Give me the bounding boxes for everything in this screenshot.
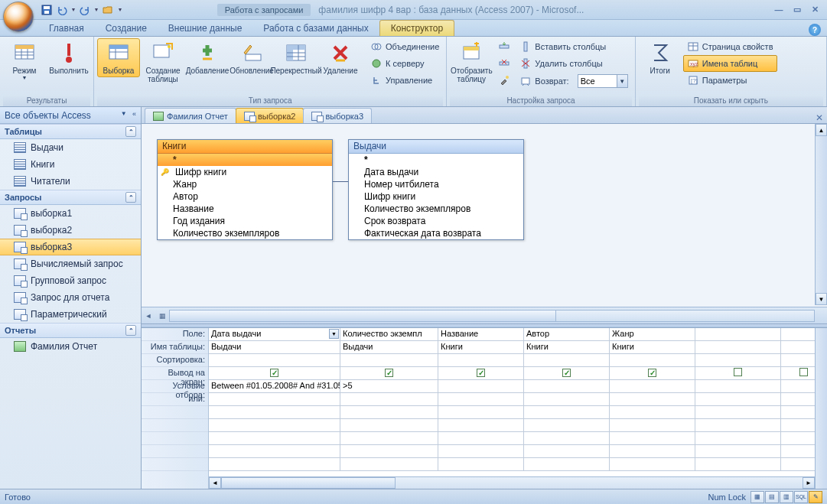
tab-create[interactable]: Создание bbox=[95, 21, 158, 36]
minimize-icon[interactable]: — bbox=[770, 4, 787, 16]
datasheet-view-icon[interactable]: ▦ bbox=[750, 491, 764, 503]
qat-customize-icon[interactable]: ▼ bbox=[116, 3, 124, 17]
qbe-cell[interactable] bbox=[340, 458, 438, 471]
field-row[interactable]: Фактическая дата возврата bbox=[349, 227, 523, 239]
nav-item[interactable]: выборка2 bbox=[0, 222, 141, 239]
qbe-cell[interactable] bbox=[438, 354, 524, 367]
nav-filter-dropdown-icon[interactable]: ▼ bbox=[121, 110, 127, 121]
pivot-view-icon[interactable]: ▤ bbox=[765, 491, 779, 503]
qbe-cell[interactable] bbox=[209, 367, 340, 380]
doc-tab[interactable]: Фамилия Отчет bbox=[145, 108, 236, 123]
qbe-cell[interactable] bbox=[209, 432, 340, 445]
insert-cols-button[interactable]: Вставить столбцы bbox=[516, 38, 631, 55]
builder-button[interactable] bbox=[494, 72, 514, 89]
table-box[interactable]: Выдачи*Дата выдачиНомер читбилетаШифр кн… bbox=[348, 139, 524, 240]
qbe-cell[interactable]: Выдачи bbox=[340, 341, 438, 354]
nav-item[interactable]: Вычисляемый запрос bbox=[0, 255, 141, 272]
qbe-cell[interactable] bbox=[340, 393, 438, 406]
field-row[interactable]: Шифр книги bbox=[158, 166, 332, 178]
dropdown-icon[interactable]: ▼ bbox=[329, 329, 339, 339]
qbe-cell[interactable] bbox=[695, 432, 781, 445]
restore-icon[interactable]: ▭ bbox=[789, 4, 806, 16]
field-row[interactable]: * bbox=[349, 154, 523, 166]
qbe-cell[interactable] bbox=[610, 367, 695, 380]
record-selector-icon[interactable]: ▦ bbox=[157, 311, 168, 321]
qbe-cell[interactable] bbox=[610, 458, 695, 471]
collapse-group-icon[interactable]: ⌃ bbox=[125, 192, 136, 203]
passthrough-button[interactable]: К серверу bbox=[366, 55, 443, 72]
field-row[interactable]: Автор bbox=[158, 190, 332, 203]
return-value-combo[interactable]: ▼ bbox=[578, 74, 628, 88]
doc-tab[interactable]: выборка3 bbox=[303, 108, 372, 123]
qbe-cell[interactable] bbox=[524, 393, 610, 406]
qbe-cell[interactable] bbox=[610, 406, 695, 419]
qbe-cell[interactable] bbox=[524, 432, 610, 445]
view-button[interactable]: Режим▼ bbox=[3, 38, 46, 83]
qbe-cell[interactable]: Книги bbox=[524, 341, 610, 354]
parameters-button[interactable]: [?]Параметры bbox=[683, 72, 777, 89]
nav-item[interactable]: Параметрический bbox=[0, 306, 141, 323]
nav-item[interactable]: Читатели bbox=[0, 173, 141, 190]
qbe-cell[interactable] bbox=[209, 354, 340, 367]
qbe-cell[interactable] bbox=[438, 367, 524, 380]
totals-button[interactable]: Итоги bbox=[639, 38, 682, 77]
qbe-cell[interactable] bbox=[209, 458, 340, 471]
design-view-icon[interactable]: ✎ bbox=[809, 491, 822, 503]
qbe-cell[interactable] bbox=[209, 393, 340, 406]
field-row[interactable]: Количество экземпляров bbox=[349, 203, 523, 215]
field-row[interactable]: Жанр bbox=[158, 178, 332, 190]
show-checkbox[interactable] bbox=[648, 369, 656, 377]
collapse-group-icon[interactable]: ⌃ bbox=[125, 126, 136, 137]
qbe-cell[interactable]: Дата выдачи▼ bbox=[209, 328, 340, 341]
qbe-cell[interactable] bbox=[340, 354, 438, 367]
update-button[interactable]: Обновление bbox=[230, 38, 273, 77]
query-design-surface[interactable]: Книги*Шифр книгиЖанрАвторНазваниеГод изд… bbox=[142, 124, 827, 324]
qbe-cell[interactable] bbox=[340, 367, 438, 380]
tab-home[interactable]: Главная bbox=[38, 21, 95, 36]
table-box[interactable]: Книги*Шифр книгиЖанрАвторНазваниеГод изд… bbox=[157, 139, 333, 240]
qbe-cell[interactable] bbox=[438, 458, 524, 471]
select-query-button[interactable]: Выборка bbox=[97, 38, 140, 77]
insert-rows-button[interactable] bbox=[494, 38, 514, 55]
qbe-cell[interactable] bbox=[524, 367, 610, 380]
delete-cols-button[interactable]: Удалить столбцы bbox=[516, 55, 631, 72]
qbe-cell[interactable]: Книги bbox=[438, 341, 524, 354]
collapse-group-icon[interactable]: ⌃ bbox=[125, 325, 136, 336]
qbe-cell[interactable]: Название bbox=[438, 328, 524, 341]
show-checkbox[interactable] bbox=[477, 369, 485, 377]
qbe-cell[interactable] bbox=[695, 419, 781, 432]
qbe-cell[interactable] bbox=[524, 354, 610, 367]
tab-dbtools[interactable]: Работа с базами данных bbox=[252, 21, 379, 36]
qbe-cell[interactable] bbox=[610, 354, 695, 367]
qbe-cell[interactable] bbox=[524, 445, 610, 458]
tab-external[interactable]: Внешние данные bbox=[158, 21, 253, 36]
undo-icon[interactable] bbox=[55, 3, 69, 17]
doc-tab[interactable]: выборка2 bbox=[236, 108, 304, 123]
qbe-cell[interactable] bbox=[524, 380, 610, 393]
sql-view-icon[interactable]: SQL bbox=[794, 491, 808, 503]
qbe-cell[interactable] bbox=[695, 328, 781, 341]
close-doc-icon[interactable]: ✕ bbox=[812, 112, 827, 123]
qbe-cell[interactable] bbox=[209, 445, 340, 458]
scroll-left-icon[interactable]: ◄ bbox=[143, 311, 154, 321]
qbe-cell[interactable] bbox=[209, 406, 340, 419]
show-checkbox[interactable] bbox=[270, 369, 278, 377]
qbe-cell[interactable] bbox=[695, 354, 781, 367]
qbe-cell[interactable] bbox=[209, 419, 340, 432]
show-checkbox[interactable] bbox=[734, 368, 742, 376]
nav-header[interactable]: Все объекты Access ▼ « bbox=[0, 107, 141, 124]
qbe-cell[interactable]: Выдачи bbox=[209, 341, 340, 354]
union-button[interactable]: Объединение bbox=[366, 38, 443, 55]
qbe-cell[interactable] bbox=[524, 458, 610, 471]
qbe-cell[interactable] bbox=[610, 393, 695, 406]
nav-group-header[interactable]: Таблицы⌃ bbox=[0, 124, 141, 139]
show-checkbox[interactable] bbox=[562, 369, 571, 377]
qbe-cell[interactable] bbox=[340, 406, 438, 419]
qbe-cell[interactable] bbox=[695, 445, 781, 458]
qbe-cell[interactable]: Жанр bbox=[610, 328, 695, 341]
qbe-cell[interactable]: Автор bbox=[524, 328, 610, 341]
field-row[interactable]: * bbox=[158, 154, 332, 166]
redo-dropdown-icon[interactable]: ▼ bbox=[93, 3, 99, 17]
nav-item[interactable]: выборка3 bbox=[0, 239, 141, 255]
qbe-cell[interactable] bbox=[524, 419, 610, 432]
